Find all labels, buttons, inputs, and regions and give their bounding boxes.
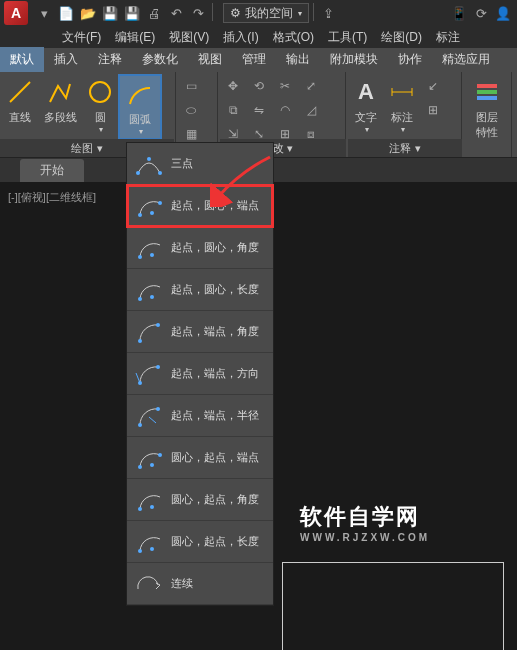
titlebar-right: 📱 ⟳ 👤 (449, 3, 513, 23)
menu-insert[interactable]: 插入(I) (217, 27, 264, 48)
svg-point-24 (138, 423, 142, 427)
viewport-label[interactable]: [-][俯视][二维线框] (8, 190, 96, 205)
annotate-panel: A 文字 ▾ 标注 ▾ ↙ ⊞ 注释 ▾ (346, 72, 462, 157)
arc-option-start-end-radius[interactable]: 起点，端点，半径 (127, 395, 273, 437)
ribbon-tabs: 默认 插入 注释 参数化 视图 管理 输出 附加模块 协作 精选应用 (0, 48, 517, 72)
tab-collab[interactable]: 协作 (388, 47, 432, 72)
tab-annotate[interactable]: 注释 (88, 47, 132, 72)
svg-point-28 (158, 453, 162, 457)
text-tool[interactable]: A 文字 ▾ (348, 74, 384, 136)
leader-tool[interactable]: ↙ (420, 74, 446, 98)
arc-option-continue[interactable]: 连续 (127, 563, 273, 605)
menu-format[interactable]: 格式(O) (267, 27, 320, 48)
polyline-icon (44, 76, 76, 108)
menu-dimension[interactable]: 标注 (430, 27, 466, 48)
plot-icon[interactable]: 🖨 (144, 3, 164, 23)
chamfer-tool[interactable]: ◿ (298, 98, 324, 122)
arc-scl-icon (133, 274, 165, 306)
arc-dropdown-menu: 三点 起点，圆心，端点 起点，圆心，角度 起点，圆心，长度 起点，端点，角度 起… (126, 142, 274, 606)
tab-default[interactable]: 默认 (0, 47, 44, 72)
arc-option-start-center-length[interactable]: 起点，圆心，长度 (127, 269, 273, 311)
move-tool[interactable]: ✥ (220, 74, 246, 98)
trim-tool[interactable]: ✂ (272, 74, 298, 98)
saveas-icon[interactable]: 💾 (122, 3, 142, 23)
menu-view[interactable]: 视图(V) (163, 27, 215, 48)
svg-point-22 (156, 365, 160, 369)
share-icon[interactable]: ⇪ (318, 3, 338, 23)
tab-output[interactable]: 输出 (276, 47, 320, 72)
svg-point-26 (150, 463, 154, 467)
table-tool[interactable]: ⊞ (420, 98, 446, 122)
svg-point-15 (150, 253, 154, 257)
polyline-tool[interactable]: 多段线 (38, 74, 82, 140)
tab-manage[interactable]: 管理 (232, 47, 276, 72)
separator (313, 3, 314, 21)
workspace-dropdown[interactable]: ⚙ 我的空间 ▾ (223, 3, 309, 23)
sync-icon[interactable]: ⟳ (471, 3, 491, 23)
arc-icon (124, 78, 156, 110)
tab-featured[interactable]: 精选应用 (432, 47, 500, 72)
annotate-panel-footer[interactable]: 注释 ▾ (348, 139, 462, 157)
arc-option-start-center-angle[interactable]: 起点，圆心，角度 (127, 227, 273, 269)
svg-point-31 (150, 547, 154, 551)
doc-tab-start[interactable]: 开始 (20, 159, 84, 182)
svg-point-8 (136, 171, 140, 175)
dimension-tool[interactable]: 标注 ▾ (384, 74, 420, 136)
tab-addons[interactable]: 附加模块 (320, 47, 388, 72)
workspace-label: 我的空间 (245, 5, 293, 22)
svg-point-11 (138, 213, 142, 217)
arc-option-center-start-length[interactable]: 圆心，起点，长度 (127, 521, 273, 563)
menu-tools[interactable]: 工具(T) (322, 27, 373, 48)
svg-rect-6 (477, 90, 497, 94)
extend-tool[interactable]: ⤢ (298, 74, 324, 98)
layer-properties-tool[interactable]: 图层 特性 (464, 74, 510, 142)
line-tool[interactable]: 直线 (2, 74, 38, 140)
menu-draw[interactable]: 绘图(D) (375, 27, 428, 48)
arc-sed-icon (133, 358, 165, 390)
line-icon (4, 76, 36, 108)
rectangle-tool[interactable]: ▭ (178, 74, 204, 98)
rotate-tool[interactable]: ⟲ (246, 74, 272, 98)
arc-option-start-center-end[interactable]: 起点，圆心，端点 (127, 185, 273, 227)
svg-point-1 (90, 82, 110, 102)
circle-tool[interactable]: 圆 ▾ (82, 74, 118, 140)
tab-insert[interactable]: 插入 (44, 47, 88, 72)
svg-rect-7 (477, 96, 497, 100)
copy-tool[interactable]: ⧉ (220, 98, 246, 122)
menu-file[interactable]: 文件(F) (56, 27, 107, 48)
quick-access-toolbar: ▾ 📄 📂 💾 💾 🖨 ↶ ↷ ⚙ 我的空间 ▾ ⇪ (34, 3, 338, 23)
redo-icon[interactable]: ↷ (188, 3, 208, 23)
arc-option-center-start-end[interactable]: 圆心，起点，端点 (127, 437, 273, 479)
arc-option-center-start-angle[interactable]: 圆心，起点，角度 (127, 479, 273, 521)
svg-point-21 (138, 381, 142, 385)
save-icon[interactable]: 💾 (100, 3, 120, 23)
ellipse-tool[interactable]: ⬭ (178, 98, 204, 122)
qat-dropdown[interactable]: ▾ (34, 3, 54, 23)
arc-csl-icon (133, 526, 165, 558)
undo-icon[interactable]: ↶ (166, 3, 186, 23)
arc-option-3point[interactable]: 三点 (127, 143, 273, 185)
arc-option-start-end-direction[interactable]: 起点，端点，方向 (127, 353, 273, 395)
arc-tool[interactable]: 圆弧 ▾ (118, 74, 162, 140)
svg-point-16 (138, 297, 142, 301)
arc-option-start-end-angle[interactable]: 起点，端点，角度 (127, 311, 273, 353)
menu-edit[interactable]: 编辑(E) (109, 27, 161, 48)
tab-parametric[interactable]: 参数化 (132, 47, 188, 72)
account-icon[interactable]: 👤 (493, 3, 513, 23)
titlebar: A ▾ 📄 📂 💾 💾 🖨 ↶ ↷ ⚙ 我的空间 ▾ ⇪ 📱 ⟳ 👤 (0, 0, 517, 26)
svg-point-29 (150, 505, 154, 509)
fillet-tool[interactable]: ◠ (272, 98, 298, 122)
phone-icon[interactable]: 📱 (449, 3, 469, 23)
arc-sea-icon (133, 316, 165, 348)
svg-line-0 (10, 82, 30, 102)
layers-panel: 图层 特性 (462, 72, 512, 157)
arc-3point-icon (133, 148, 165, 180)
watermark-main: 软件自学网 (300, 502, 430, 532)
new-icon[interactable]: 📄 (56, 3, 76, 23)
open-icon[interactable]: 📂 (78, 3, 98, 23)
mirror-tool[interactable]: ⇋ (246, 98, 272, 122)
tab-view[interactable]: 视图 (188, 47, 232, 72)
arc-continue-icon (133, 568, 165, 600)
arc-csa-icon (133, 484, 165, 516)
canvas-rectangle (282, 562, 504, 650)
